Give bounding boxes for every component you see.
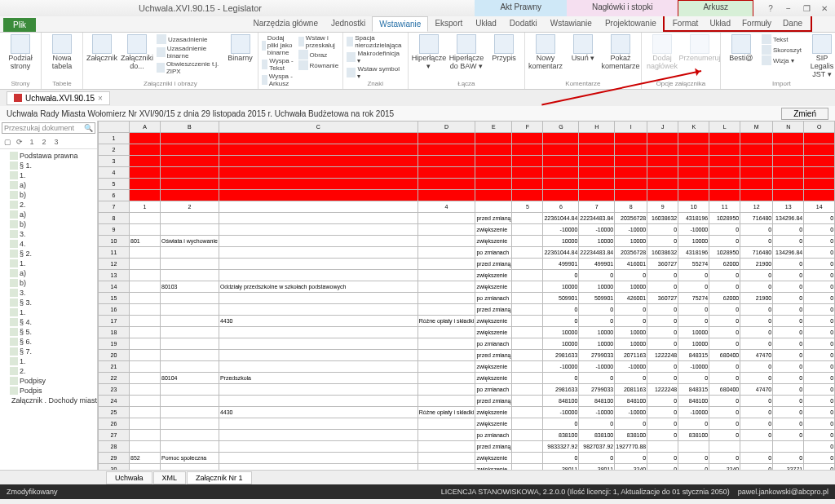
side-tool[interactable]: 2 (39, 137, 49, 147)
data-cell[interactable] (219, 338, 418, 350)
data-cell[interactable]: 0 (615, 316, 647, 327)
menu-tab-jednostki[interactable]: Jednostki (325, 16, 372, 32)
header-cell[interactable] (579, 144, 615, 156)
data-cell[interactable] (130, 293, 161, 304)
data-cell[interactable]: 2240 (709, 464, 740, 471)
data-cell[interactable]: 80104 (161, 373, 219, 384)
data-cell[interactable] (512, 350, 543, 361)
data-cell[interactable] (219, 247, 418, 259)
data-cell[interactable] (130, 259, 161, 270)
tree-item[interactable]: Podstawa prawna (2, 151, 95, 161)
data-cell[interactable] (512, 259, 543, 270)
data-cell[interactable] (512, 247, 543, 259)
num-cell[interactable] (475, 201, 512, 213)
data-cell[interactable]: 0 (740, 464, 773, 471)
data-cell[interactable]: 838100 (543, 430, 579, 441)
data-cell[interactable]: 0 (773, 304, 804, 316)
data-cell[interactable]: 0 (740, 236, 773, 247)
data-cell[interactable]: 0 (709, 338, 740, 350)
data-cell[interactable] (219, 418, 418, 430)
tree-item[interactable]: b) (2, 190, 95, 200)
data-cell[interactable] (130, 213, 161, 224)
data-cell[interactable]: 10000 (579, 236, 615, 247)
header-cell[interactable] (418, 190, 475, 201)
data-cell[interactable] (418, 430, 475, 441)
col-header[interactable]: E (475, 122, 512, 133)
header-cell[interactable] (615, 190, 647, 201)
data-cell[interactable]: zwiększenie (475, 236, 512, 247)
data-cell[interactable] (161, 407, 219, 418)
data-cell[interactable] (418, 464, 475, 471)
num-cell[interactable]: 9 (647, 201, 678, 213)
data-cell[interactable] (512, 338, 543, 350)
header-cell[interactable] (543, 179, 579, 190)
row-header[interactable]: 25 (99, 407, 130, 418)
header-cell[interactable] (475, 144, 512, 156)
header-cell[interactable] (804, 179, 835, 190)
header-cell[interactable] (678, 167, 709, 179)
data-cell[interactable]: 0 (804, 441, 835, 453)
data-cell[interactable]: po zmianach (475, 384, 512, 396)
header-cell[interactable] (579, 190, 615, 201)
data-cell[interactable]: -10000 (543, 361, 579, 373)
rib3-item[interactable]: Obwieszczenie t.j. ZIPX (157, 60, 223, 75)
ark-tab-układ[interactable]: Układ (704, 16, 736, 30)
data-cell[interactable]: 47470 (740, 384, 773, 396)
header-cell[interactable] (130, 144, 161, 156)
data-cell[interactable]: 47470 (740, 350, 773, 361)
row-header[interactable]: 21 (99, 361, 130, 373)
data-cell[interactable]: 0 (740, 304, 773, 316)
data-cell[interactable]: zwiększenie (475, 224, 512, 236)
data-cell[interactable] (219, 213, 418, 224)
data-cell[interactable]: 0 (543, 373, 579, 384)
tree-item[interactable]: 3. (2, 288, 95, 298)
rib3-item[interactable]: Uzasadnienie binarne (157, 45, 223, 60)
tree-item[interactable]: 2. (2, 200, 95, 210)
data-cell[interactable] (130, 316, 161, 327)
ark-tab-formuły[interactable]: Formuły (736, 16, 777, 30)
data-cell[interactable] (130, 304, 161, 316)
header-cell[interactable] (219, 144, 418, 156)
data-cell[interactable] (512, 304, 543, 316)
rib9-item[interactable]: Wizja ▾ (762, 55, 802, 65)
data-cell[interactable]: 80103 (161, 281, 219, 293)
data-cell[interactable]: 0 (804, 247, 835, 259)
header-cell[interactable] (615, 144, 647, 156)
data-cell[interactable]: 0 (678, 418, 709, 430)
data-cell[interactable]: 0 (647, 464, 678, 471)
data-cell[interactable]: 416001 (615, 259, 647, 270)
row-header[interactable]: 17 (99, 316, 130, 327)
data-cell[interactable]: 0 (773, 316, 804, 327)
header-cell[interactable] (475, 179, 512, 190)
data-cell[interactable] (512, 407, 543, 418)
data-cell[interactable] (773, 441, 804, 453)
col-header[interactable]: I (615, 122, 647, 133)
data-cell[interactable]: 0 (773, 373, 804, 384)
data-cell[interactable]: 16038632 (647, 247, 678, 259)
header-cell[interactable] (219, 179, 418, 190)
row-header[interactable]: 8 (99, 213, 130, 224)
data-cell[interactable] (130, 281, 161, 293)
data-cell[interactable]: 0 (709, 453, 740, 464)
data-cell[interactable] (219, 236, 418, 247)
num-cell[interactable]: 11 (709, 201, 740, 213)
data-cell[interactable] (512, 316, 543, 327)
rib4a-item[interactable]: Dodaj pliki jako binarne (262, 34, 295, 56)
header-cell[interactable] (512, 190, 543, 201)
sip-button[interactable]: SIP Legalis JST ▾ (805, 34, 835, 79)
data-cell[interactable]: 1028950 (709, 213, 740, 224)
row-header[interactable]: 1 (99, 133, 130, 144)
data-cell[interactable] (512, 384, 543, 396)
data-cell[interactable]: po zmianach (475, 338, 512, 350)
data-cell[interactable]: 16038632 (647, 213, 678, 224)
data-cell[interactable]: po zmianach (475, 247, 512, 259)
num-cell[interactable]: 1 (130, 201, 161, 213)
data-cell[interactable]: 0 (709, 418, 740, 430)
data-cell[interactable] (647, 441, 678, 453)
header-cell[interactable] (678, 156, 709, 167)
data-cell[interactable] (130, 464, 161, 471)
data-cell[interactable]: 848315 (678, 384, 709, 396)
header-cell[interactable] (678, 190, 709, 201)
data-cell[interactable]: przed zmianą (475, 396, 512, 407)
data-cell[interactable] (740, 441, 773, 453)
